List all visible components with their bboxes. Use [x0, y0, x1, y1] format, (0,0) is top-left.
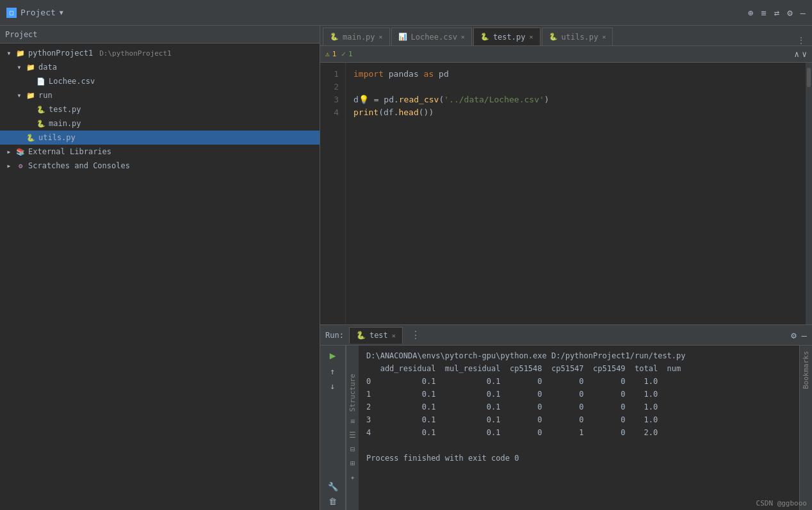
settings-icon[interactable]: ⚙	[787, 8, 792, 18]
csv-tab-close[interactable]: ✕	[461, 33, 465, 40]
ok-count: 1	[348, 50, 353, 58]
scroll-thumb	[807, 68, 811, 87]
test-tab-close[interactable]: ✕	[529, 33, 533, 40]
main-tab-icon: 🐍	[330, 33, 339, 41]
main-layout: Project ▼ 📁 pythonProject1 D:\pythonProj…	[0, 26, 812, 510]
run-label: run	[38, 91, 53, 100]
line-numbers: 1 2 3 4	[320, 63, 346, 324]
tree-root[interactable]: ▼ 📁 pythonProject1 D:\pythonProject1	[0, 46, 320, 60]
structure-icon-5[interactable]: ✦	[350, 473, 355, 482]
root-folder-icon: 📁	[15, 49, 26, 58]
tab-utils-py[interactable]: 🐍 utils.py ✕	[542, 28, 613, 45]
line-num-2: 2	[320, 81, 339, 93]
code-line-1: import pandas as pd	[353, 68, 798, 81]
code-line-4: print(df.head())	[353, 106, 798, 119]
structure-icon-1[interactable]: ≡	[350, 417, 355, 426]
run-tab-test[interactable]: 🐍 test ✕	[349, 327, 403, 344]
title-bar: □ Project ▼ ⊕ ≡ ⇄ ⚙ —	[0, 0, 812, 26]
utils-tab-label: utils.py	[562, 33, 599, 42]
editor-area: 🐍 main.py ✕ 📊 Lochee.csv ✕ 🐍 test.py ✕	[320, 26, 812, 324]
project-icon: □	[6, 8, 17, 18]
arrows-icon[interactable]: ⇄	[774, 8, 779, 18]
code-line-2	[353, 81, 798, 93]
run-bar: Run: 🐍 test ✕ ⋮ ⚙ —	[320, 325, 812, 346]
run-play-btn[interactable]: ▶	[330, 349, 336, 362]
run-controls: ▶ ↑ ↓ 🔧 🗑	[320, 346, 346, 510]
root-arrow: ▼	[5, 51, 13, 56]
data-label: data	[38, 63, 57, 72]
tab-lochee-csv[interactable]: 📊 Lochee.csv ✕	[391, 28, 472, 45]
tabs-bar: 🐍 main.py ✕ 📊 Lochee.csv ✕ 🐍 test.py ✕	[320, 26, 812, 46]
editor-main: 🐍 main.py ✕ 📊 Lochee.csv ✕ 🐍 test.py ✕	[320, 26, 812, 510]
tree-test-py[interactable]: 🐍 test.py	[0, 102, 320, 116]
project-name: Project	[20, 8, 56, 17]
project-header-label: Project	[5, 30, 38, 39]
data-arrow: ▼	[15, 65, 23, 70]
run-content: ▶ ↑ ↓ 🔧 🗑 Structure ≡ ☰ ⊟ ⊞ ✦ D:	[320, 346, 812, 510]
root-path: D:\pythonProject1	[99, 49, 172, 58]
scratches-label: Scratches and Consoles	[28, 161, 130, 170]
run-trash-btn[interactable]: 🗑	[329, 497, 337, 506]
ok-icon: ✓	[341, 50, 346, 58]
run-wrench-btn[interactable]: 🔧	[328, 482, 338, 491]
nav-up-btn[interactable]: ∧	[794, 49, 799, 59]
tree-run-folder[interactable]: ▼ 📁 run	[0, 88, 320, 102]
output-line-6: 3 0.1 0.1 0 0 0 1.0	[366, 413, 792, 426]
test-py-icon: 🐍	[36, 105, 46, 114]
code-editor: 1 2 3 4 import pandas as pd d💡 = pd.read…	[320, 63, 812, 324]
toolbar-nav: ∧ ∨	[794, 49, 807, 59]
run-down-btn[interactable]: ↓	[330, 381, 336, 391]
warning-indicator[interactable]: ⚠ 1	[325, 50, 336, 58]
structure-icon-2[interactable]: ☰	[349, 431, 356, 440]
output-line-8	[366, 439, 792, 452]
warning-count: 1	[332, 50, 337, 58]
run-arrow: ▼	[15, 93, 23, 99]
lochee-csv-icon: 📄	[36, 77, 46, 86]
test-tab-icon: 🐍	[480, 33, 489, 41]
main-tab-close[interactable]: ✕	[379, 33, 383, 40]
csv-tab-icon: 📊	[398, 33, 407, 41]
data-folder-icon: 📁	[26, 63, 36, 72]
editor-toolbar: ⚠ 1 ✓ 1 ∧ ∨	[320, 46, 812, 63]
minimize-icon[interactable]: —	[800, 8, 806, 18]
globe-icon[interactable]: ⊕	[748, 8, 753, 18]
dropdown-arrow[interactable]: ▼	[60, 9, 63, 16]
tabs-more[interactable]: ⋮	[793, 35, 809, 45]
ok-indicator[interactable]: ✓ 1	[341, 50, 352, 58]
structure-icon-3[interactable]: ⊟	[350, 445, 355, 454]
main-py-icon: 🐍	[36, 119, 46, 128]
utils-tab-close[interactable]: ✕	[602, 33, 606, 40]
run-bar-icons: ⚙ —	[791, 330, 807, 340]
test-tab-label: test.py	[493, 33, 526, 42]
tree-utils-py[interactable]: 🐍 utils.py	[0, 131, 320, 145]
bookmarks-label: Bookmarks	[802, 351, 810, 389]
code-content[interactable]: import pandas as pd d💡 = pd.read_csv('..…	[346, 63, 806, 324]
project-panel: Project ▼ 📁 pythonProject1 D:\pythonProj…	[0, 26, 320, 510]
tree-scratches[interactable]: ▶ ⚙ Scratches and Consoles	[0, 159, 320, 173]
tree-data-folder[interactable]: ▼ 📁 data	[0, 60, 320, 74]
tab-main-py[interactable]: 🐍 main.py ✕	[323, 28, 390, 45]
warning-icon: ⚠	[325, 50, 330, 58]
menu-icon[interactable]: ≡	[761, 8, 766, 18]
run-minimize-icon[interactable]: —	[802, 330, 807, 340]
tree-lochee-csv[interactable]: 📄 Lochee.csv	[0, 74, 320, 88]
run-bar-dots[interactable]: ⋮	[410, 329, 421, 341]
scroll-indicator	[806, 63, 812, 324]
output-line-5: 2 0.1 0.1 0 0 0 1.0	[366, 401, 792, 413]
tree-main-py[interactable]: 🐍 main.py	[0, 116, 320, 131]
code-line-3: d💡 = pd.read_csv('../data/Lochee.csv')	[353, 93, 798, 106]
scratch-icon: ⚙	[15, 161, 26, 170]
output-line-9: Process finished with exit code 0	[366, 452, 792, 465]
structure-icon-4[interactable]: ⊞	[350, 459, 355, 468]
lochee-csv-label: Lochee.csv	[49, 77, 95, 86]
run-tab-close[interactable]: ✕	[392, 332, 396, 339]
utils-py-label: utils.py	[38, 133, 76, 142]
run-settings-icon[interactable]: ⚙	[791, 330, 796, 340]
run-up-btn[interactable]: ↑	[330, 367, 336, 376]
tree-external-libs[interactable]: ▶ 📚 External Libraries	[0, 145, 320, 159]
output-line-3: 0 0.1 0.1 0 0 0 1.0	[366, 375, 792, 388]
run-label: Run:	[325, 331, 344, 340]
tab-test-py[interactable]: 🐍 test.py ✕	[473, 28, 540, 45]
nav-down-btn[interactable]: ∨	[802, 49, 807, 59]
run-tab-icon: 🐍	[356, 331, 366, 340]
